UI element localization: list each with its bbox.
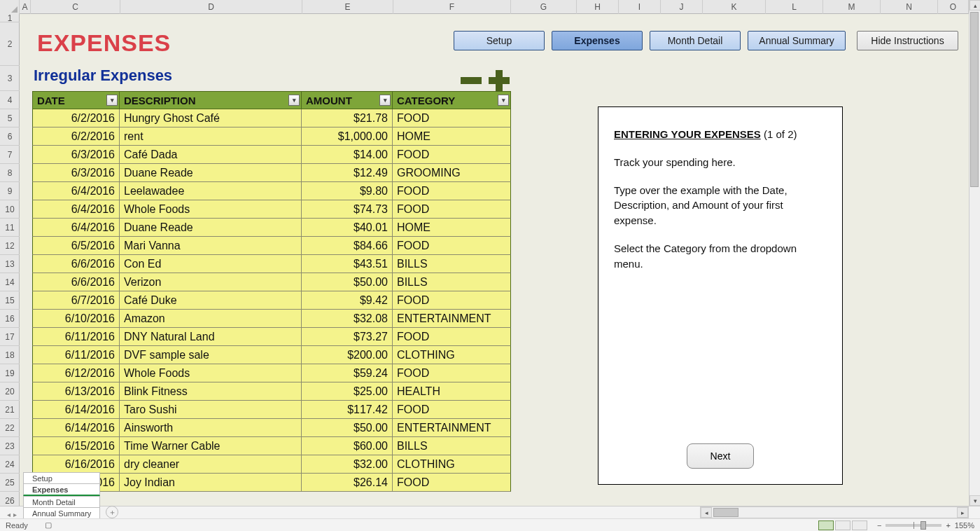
cell-category[interactable]: FOOD xyxy=(393,364,510,382)
cell-category[interactable]: CLOTHING xyxy=(393,455,510,473)
cell-date[interactable]: 6/6/2016 xyxy=(33,255,120,273)
row-header-11[interactable]: 11 xyxy=(0,219,20,237)
col-header-K[interactable]: K xyxy=(703,0,766,14)
cell-category[interactable]: FOOD xyxy=(393,237,510,254)
cell-category[interactable]: FOOD xyxy=(393,182,510,200)
row-header-25[interactable]: 25 xyxy=(0,474,20,492)
row-header-22[interactable]: 22 xyxy=(0,419,20,437)
cell-description[interactable]: DVF sample sale xyxy=(120,346,302,364)
horizontal-scrollbar[interactable]: ◂ ▸ xyxy=(700,506,969,518)
table-row[interactable]: 6/12/2016Whole Foods$59.24FOOD xyxy=(32,364,511,382)
row-header-2[interactable]: 2 xyxy=(0,22,20,66)
sheet-tab-annual-summary[interactable]: Annual Summary xyxy=(23,507,100,518)
cell-amount[interactable]: $74.73 xyxy=(302,200,393,218)
cell-date[interactable]: 6/2/2016 xyxy=(33,127,120,145)
vertical-scrollbar[interactable]: ▴ ▾ xyxy=(969,0,980,506)
expenses-button[interactable]: Expenses xyxy=(552,31,643,50)
cell-description[interactable]: Leelawadee xyxy=(120,182,302,200)
row-header-8[interactable]: 8 xyxy=(0,164,20,182)
hide-instructions-button[interactable]: Hide Instructions xyxy=(857,31,958,50)
col-header-A[interactable]: A xyxy=(20,0,31,14)
add-sheet-button[interactable]: ＋ xyxy=(106,506,118,518)
cell-date[interactable]: 6/11/2016 xyxy=(33,346,120,364)
cell-date[interactable]: 6/4/2016 xyxy=(33,200,120,218)
cell-amount[interactable]: $9.42 xyxy=(302,291,393,309)
cell-category[interactable]: GROOMING xyxy=(393,164,510,181)
cell-date[interactable]: 6/5/2016 xyxy=(33,237,120,254)
cell-amount[interactable]: $117.42 xyxy=(302,401,393,418)
view-layout-icon[interactable] xyxy=(835,520,850,530)
col-header-D[interactable]: D xyxy=(120,0,302,14)
table-row[interactable]: 6/11/2016DVF sample sale$200.00CLOTHING xyxy=(32,346,511,364)
row-header-13[interactable]: 13 xyxy=(0,255,20,273)
table-row[interactable]: 6/14/2016Taro Sushi$117.42FOOD xyxy=(32,401,511,419)
col-header-G[interactable]: G xyxy=(511,0,577,14)
filter-icon[interactable]: ▾ xyxy=(106,95,118,106)
cell-amount[interactable]: $32.08 xyxy=(302,310,393,327)
select-all-corner[interactable] xyxy=(0,0,20,14)
filter-icon[interactable]: ▾ xyxy=(379,95,391,106)
table-row[interactable]: 6/16/2016Joy Indian$26.14FOOD xyxy=(32,474,511,492)
cell-description[interactable]: Whole Foods xyxy=(120,364,302,382)
row-header-20[interactable]: 20 xyxy=(0,382,20,401)
row-header-15[interactable]: 15 xyxy=(0,291,20,310)
row-header-5[interactable]: 5 xyxy=(0,109,20,127)
table-row[interactable]: 6/2/2016Hungry Ghost Café$21.78FOOD xyxy=(32,109,511,127)
cell-category[interactable]: FOOD xyxy=(393,146,510,163)
cell-description[interactable]: Joy Indian xyxy=(120,474,302,491)
cell-description[interactable]: Mari Vanna xyxy=(120,237,302,254)
cell-date[interactable]: 6/10/2016 xyxy=(33,310,120,327)
cell-description[interactable]: Hungry Ghost Café xyxy=(120,109,302,127)
cell-description[interactable]: Café Duke xyxy=(120,291,302,309)
col-header-J[interactable]: J xyxy=(661,0,703,14)
cell-category[interactable]: FOOD xyxy=(393,291,510,309)
table-row[interactable]: 6/13/2016Blink Fitness$25.00HEALTH xyxy=(32,382,511,401)
col-header-C[interactable]: C xyxy=(31,0,120,14)
cell-category[interactable]: HEALTH xyxy=(393,382,510,400)
cell-description[interactable]: dry cleaner xyxy=(120,455,302,473)
row-header-23[interactable]: 23 xyxy=(0,437,20,455)
tab-nav[interactable]: ◂ ▸ xyxy=(0,511,24,518)
cell-description[interactable]: Duane Reade xyxy=(120,219,302,236)
vscroll-thumb[interactable] xyxy=(970,12,979,187)
cell-category[interactable]: HOME xyxy=(393,219,510,236)
cell-date[interactable]: 6/2/2016 xyxy=(33,109,120,127)
table-row[interactable]: 6/6/2016Con Ed$43.51BILLS xyxy=(32,255,511,273)
cell-amount[interactable]: $14.00 xyxy=(302,146,393,163)
cell-date[interactable]: 6/3/2016 xyxy=(33,164,120,181)
cell-date[interactable]: 6/4/2016 xyxy=(33,219,120,236)
row-header-7[interactable]: 7 xyxy=(0,146,20,164)
tab-first-icon[interactable]: ◂ xyxy=(7,511,10,518)
table-row[interactable]: 6/15/2016Time Warner Cable$60.00BILLS xyxy=(32,437,511,455)
cell-date[interactable]: 6/11/2016 xyxy=(33,328,120,345)
col-header-N[interactable]: N xyxy=(881,0,938,14)
col-header-M[interactable]: M xyxy=(823,0,881,14)
sheet-tab-month-detail[interactable]: Month Detail xyxy=(23,496,100,507)
cell-description[interactable]: Con Ed xyxy=(120,255,302,273)
row-header-24[interactable]: 24 xyxy=(0,455,20,474)
cell-description[interactable]: DNY Natural Land xyxy=(120,328,302,345)
row-header-12[interactable]: 12 xyxy=(0,237,20,255)
col-header-E[interactable]: E xyxy=(302,0,393,14)
cell-date[interactable]: 6/16/2016 xyxy=(33,455,120,473)
cell-date[interactable]: 6/6/2016 xyxy=(33,273,120,291)
cell-category[interactable]: FOOD xyxy=(393,328,510,345)
cell-description[interactable]: Whole Foods xyxy=(120,200,302,218)
cell-category[interactable]: ENTERTAINMENT xyxy=(393,310,510,327)
table-row[interactable]: 6/11/2016DNY Natural Land$73.27FOOD xyxy=(32,328,511,346)
sheet-tab-expenses[interactable]: Expenses xyxy=(23,483,100,496)
col-header-H[interactable]: H xyxy=(577,0,619,14)
cell-description[interactable]: Café Dada xyxy=(120,146,302,163)
view-normal-icon[interactable] xyxy=(818,520,834,530)
cell-amount[interactable]: $59.24 xyxy=(302,364,393,382)
cell-date[interactable]: 6/15/2016 xyxy=(33,437,120,455)
cell-date[interactable]: 6/7/2016 xyxy=(33,291,120,309)
row-header-3[interactable]: 3 xyxy=(0,66,20,91)
cell-date[interactable]: 6/12/2016 xyxy=(33,364,120,382)
row-header-9[interactable]: 9 xyxy=(0,182,20,200)
cell-description[interactable]: Duane Reade xyxy=(120,164,302,181)
row-header-18[interactable]: 18 xyxy=(0,346,20,364)
cell-amount[interactable]: $32.00 xyxy=(302,455,393,473)
table-row[interactable]: 6/16/2016dry cleaner$32.00CLOTHING xyxy=(32,455,511,474)
zoom-in-icon[interactable]: + xyxy=(946,521,950,530)
